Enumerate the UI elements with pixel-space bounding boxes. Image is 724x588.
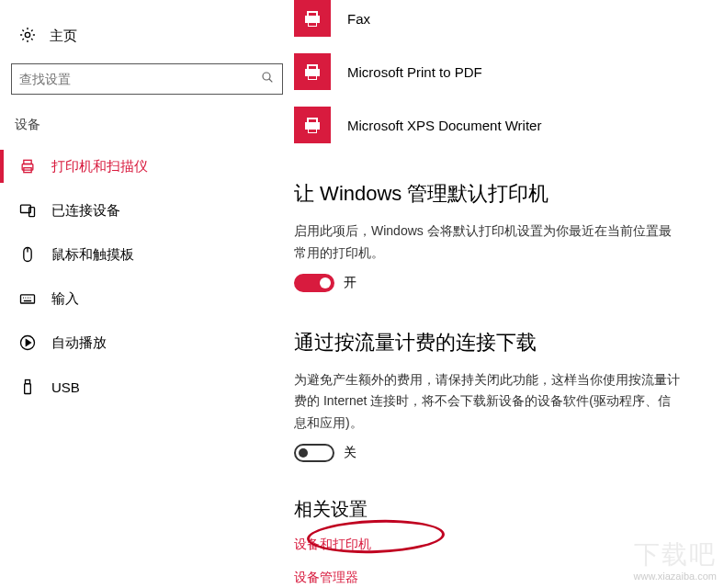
svg-rect-3	[24, 160, 31, 164]
keyboard-icon	[18, 289, 37, 308]
link-devices-and-printers[interactable]: 设备和打印机	[294, 537, 706, 553]
search-input-container[interactable]	[11, 63, 283, 95]
related-settings-heading: 相关设置	[294, 497, 706, 522]
printer-label: Fax	[347, 11, 370, 27]
metered-heading: 通过按流量计费的连接下载	[294, 329, 706, 356]
main-content: Fax Microsoft Print to PDF Microsoft XPS…	[294, 0, 724, 588]
devices-icon	[18, 201, 37, 220]
svg-point-1	[263, 73, 270, 80]
sidebar-item-label: USB	[51, 379, 80, 395]
printer-item-fax[interactable]: Fax	[294, 0, 706, 37]
usb-icon	[18, 378, 37, 396]
printer-item-xps[interactable]: Microsoft XPS Document Writer	[294, 107, 706, 143]
sidebar-section-label: 设备	[9, 113, 285, 137]
sidebar-item-connected[interactable]: 已连接设备	[9, 188, 285, 232]
printer-label: Microsoft Print to PDF	[347, 64, 482, 80]
printer-tile-icon	[294, 53, 331, 90]
sidebar-item-mouse[interactable]: 鼠标和触摸板	[9, 232, 285, 277]
sidebar-item-usb[interactable]: USB	[9, 365, 285, 409]
toggle-state-label: 关	[344, 445, 356, 461]
autoplay-icon	[18, 334, 37, 352]
sidebar-item-printers[interactable]: 打印机和扫描仪	[9, 144, 285, 188]
link-device-manager[interactable]: 设备管理器	[294, 570, 706, 586]
metered-desc: 为避免产生额外的费用，请保持关闭此功能，这样当你使用按流量计费的 Interne…	[294, 369, 680, 435]
printer-tile-icon	[294, 0, 331, 37]
metered-toggle[interactable]	[294, 444, 334, 462]
search-input[interactable]	[19, 72, 260, 86]
svg-point-0	[25, 32, 29, 37]
sidebar-item-label: 输入	[51, 290, 79, 308]
default-printer-desc: 启用此项后，Windows 会将默认打印机设置为你最近在当前位置最常用的打印机。	[294, 220, 680, 265]
svg-rect-8	[21, 295, 35, 303]
default-printer-heading: 让 Windows 管理默认打印机	[294, 180, 706, 208]
sidebar-item-autoplay[interactable]: 自动播放	[9, 321, 285, 365]
gear-icon	[18, 26, 37, 47]
mouse-icon	[18, 245, 37, 264]
svg-rect-11	[25, 384, 31, 394]
printer-icon	[18, 157, 37, 175]
home-label: 主页	[50, 28, 77, 45]
svg-rect-6	[29, 208, 35, 217]
sidebar: 主页 设备 打印机和扫描仪	[0, 0, 294, 588]
sidebar-item-label: 已连接设备	[51, 202, 120, 220]
printer-tile-icon	[294, 107, 331, 143]
printer-item-pdf[interactable]: Microsoft Print to PDF	[294, 53, 706, 90]
sidebar-item-label: 鼠标和触摸板	[51, 246, 134, 264]
printer-label: Microsoft XPS Document Writer	[347, 118, 541, 133]
home-button[interactable]: 主页	[9, 20, 285, 52]
default-printer-toggle[interactable]	[294, 274, 334, 292]
sidebar-item-label: 自动播放	[51, 334, 107, 352]
toggle-state-label: 开	[344, 275, 356, 291]
sidebar-item-typing[interactable]: 输入	[9, 277, 285, 321]
search-icon	[260, 70, 275, 88]
sidebar-item-label: 打印机和扫描仪	[51, 158, 148, 175]
